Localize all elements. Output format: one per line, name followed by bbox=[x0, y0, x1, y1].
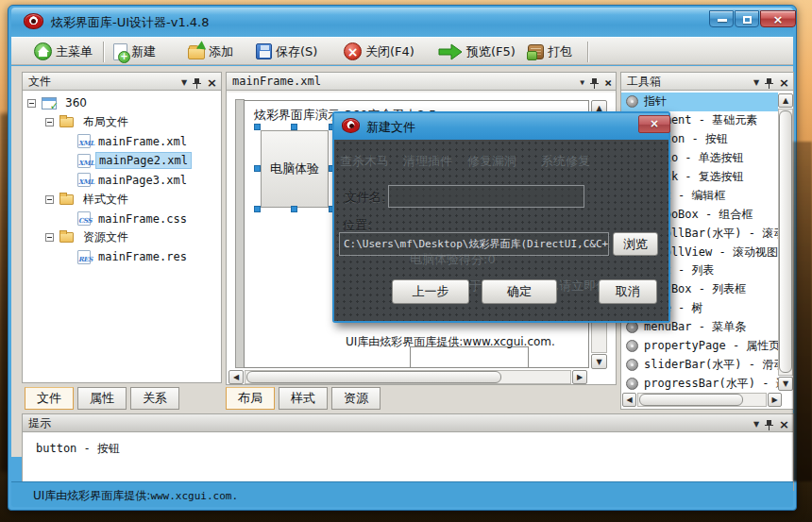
hint-panel-header: 提示 ▼ × bbox=[22, 413, 794, 432]
filename-input[interactable] bbox=[388, 185, 584, 208]
close-file-button[interactable]: 关闭(F4) bbox=[340, 40, 418, 63]
scroll-down-button[interactable]: ▼ bbox=[778, 377, 793, 391]
toolbox-item[interactable]: sliderBar(水平) - 滑动条 bbox=[621, 355, 778, 374]
title-bar[interactable]: 炫彩界面库-UI设计器-v1.4.8 × bbox=[11, 8, 793, 37]
preview-arrow-icon bbox=[438, 43, 463, 60]
design-tab-selected[interactable]: 电脑体验 bbox=[261, 130, 329, 208]
toolbox-item[interactable]: progressBar(水平) - 进度条 bbox=[621, 374, 778, 393]
chevron-down-icon[interactable]: ▼ bbox=[753, 75, 759, 92]
horizontal-scrollbar-track[interactable] bbox=[245, 370, 571, 384]
scroll-right-button[interactable]: ▶ bbox=[572, 370, 587, 384]
scroll-left-button[interactable]: ◀ bbox=[622, 393, 636, 407]
tree-item-file-selected[interactable]: XML mainPage2.xml bbox=[23, 151, 221, 170]
scroll-right-button[interactable]: ▶ bbox=[768, 393, 782, 407]
panel-close-icon[interactable]: × bbox=[779, 419, 789, 430]
maximize-button[interactable] bbox=[735, 10, 759, 27]
xml-file-icon: XML bbox=[77, 154, 91, 168]
browse-button[interactable]: 浏览 bbox=[613, 232, 658, 256]
maximize-icon bbox=[743, 16, 752, 24]
dialog-body: 查杀木马 清理插件 修复漏洞 系统修复 电脑体验得分:0 您的电脑处于非常危险状… bbox=[334, 140, 668, 321]
preview-button[interactable]: 预览(F5) bbox=[434, 40, 519, 63]
path-input[interactable]: C:\Users\mf\Desktop\炫彩界面库(DirectUI,C&C++… bbox=[339, 232, 609, 256]
selection-handle[interactable] bbox=[254, 165, 261, 172]
status-bar: UI库由炫彩界面库提供:www.xcgui.com. bbox=[11, 481, 793, 507]
toolbox-panel-title: 工具箱 bbox=[627, 75, 661, 88]
panel-close-icon[interactable]: × bbox=[779, 77, 789, 89]
new-label: 新建 bbox=[131, 43, 156, 60]
tree-item-file[interactable]: CSS mainFrame.css bbox=[23, 209, 221, 227]
tree-item-file[interactable]: RES mainFrame.res bbox=[23, 247, 221, 266]
expander-icon[interactable] bbox=[27, 99, 36, 108]
chevron-down-icon[interactable]: ▼ bbox=[753, 416, 759, 433]
pin-icon[interactable] bbox=[765, 78, 773, 89]
tree-item-style-folder[interactable]: 样式文件 bbox=[23, 190, 221, 209]
horizontal-scrollbar-track[interactable] bbox=[637, 393, 767, 407]
filename-label: 文件名: bbox=[345, 189, 385, 206]
tree-item-file[interactable]: XML mainFrame.xml bbox=[23, 132, 221, 151]
panel-close-icon[interactable]: × bbox=[207, 77, 217, 89]
pin-icon[interactable] bbox=[590, 78, 599, 89]
close-button[interactable]: × bbox=[760, 10, 796, 27]
selection-handle[interactable] bbox=[254, 206, 261, 212]
new-file-icon bbox=[113, 43, 127, 60]
xml-file-icon: XML bbox=[77, 173, 91, 187]
app-logo-icon bbox=[24, 13, 43, 29]
dialog-title: 新建文件 bbox=[366, 119, 415, 136]
dialog-close-button[interactable]: × bbox=[638, 115, 670, 133]
css-file-icon: CSS bbox=[77, 211, 91, 226]
horizontal-scrollbar-thumb[interactable] bbox=[246, 371, 501, 383]
file-panel: 文件 ▼ × 360 bbox=[22, 72, 222, 383]
new-button[interactable]: 新建 bbox=[110, 40, 160, 63]
add-button[interactable]: 添加 bbox=[184, 40, 237, 63]
pin-icon[interactable] bbox=[193, 78, 201, 89]
chevron-down-icon[interactable]: ▼ bbox=[580, 75, 584, 92]
hint-text: button - 按钮 bbox=[36, 441, 120, 457]
tab-resource[interactable]: 资源 bbox=[331, 387, 381, 410]
back-button[interactable]: 上一步 bbox=[392, 279, 469, 304]
minimize-icon bbox=[718, 19, 727, 22]
save-button[interactable]: 保存(S) bbox=[252, 40, 321, 63]
toolbar-separator bbox=[103, 42, 104, 62]
tab-properties[interactable]: 属性 bbox=[77, 387, 127, 410]
main-menu-label: 主菜单 bbox=[56, 43, 93, 60]
tab-relations[interactable]: 关系 bbox=[130, 387, 179, 410]
selection-handle[interactable] bbox=[291, 206, 297, 212]
scroll-up-button[interactable]: ▲ bbox=[778, 93, 793, 108]
expander-icon[interactable] bbox=[45, 195, 54, 204]
pin-icon[interactable] bbox=[765, 420, 773, 430]
add-folder-icon bbox=[188, 47, 205, 59]
package-button[interactable]: 打包 bbox=[524, 40, 576, 63]
chevron-down-icon[interactable]: ▼ bbox=[181, 75, 187, 92]
dialog-title-bar[interactable]: 新建文件 bbox=[334, 113, 668, 140]
vertical-scrollbar-thumb[interactable] bbox=[779, 110, 792, 373]
vertical-scrollbar-track[interactable] bbox=[778, 109, 793, 376]
canvas-panel-header: mainFrame.xml ▼ × bbox=[226, 72, 617, 91]
canvas-panel-title: mainFrame.xml bbox=[232, 75, 321, 88]
gear-icon bbox=[626, 359, 638, 371]
close-icon: × bbox=[761, 12, 795, 26]
scroll-right-icon: ▶ bbox=[577, 373, 583, 381]
toolbox-panel-header: 工具箱 ▼ × bbox=[620, 72, 794, 91]
tab-style[interactable]: 样式 bbox=[279, 387, 328, 410]
tree-item-resource-folder[interactable]: 资源文件 bbox=[23, 228, 221, 247]
desktop-wallpaper: 炫彩界面库-UI设计器-v1.4.8 × 主菜单 新建 添加 bbox=[0, 0, 812, 522]
toolbox-item[interactable]: propertyPage - 属性页 bbox=[621, 337, 778, 356]
minimize-button[interactable] bbox=[709, 10, 734, 27]
selection-handle[interactable] bbox=[254, 124, 261, 130]
cancel-button[interactable]: 取消 bbox=[599, 279, 657, 304]
scroll-down-button[interactable]: ▼ bbox=[591, 354, 607, 369]
horizontal-scrollbar-thumb[interactable] bbox=[639, 394, 743, 406]
toolbox-item-pointer[interactable]: 指针 bbox=[621, 93, 778, 111]
tab-layout[interactable]: 布局 bbox=[226, 387, 275, 410]
tree-item-layout-folder[interactable]: 布局文件 bbox=[23, 112, 221, 131]
tree-item-file[interactable]: XML mainPage3.xml bbox=[23, 171, 221, 190]
main-menu-button[interactable]: 主菜单 bbox=[30, 40, 96, 63]
scroll-left-button[interactable]: ◀ bbox=[228, 370, 244, 384]
tree-item-project[interactable]: 360 bbox=[23, 93, 221, 112]
panel-close-icon[interactable]: × bbox=[604, 77, 612, 89]
ok-button[interactable]: 确定 bbox=[482, 279, 557, 304]
selection-handle[interactable] bbox=[291, 124, 297, 130]
expander-icon[interactable] bbox=[45, 233, 54, 242]
expander-icon[interactable] bbox=[45, 118, 54, 126]
tab-file[interactable]: 文件 bbox=[25, 387, 74, 410]
